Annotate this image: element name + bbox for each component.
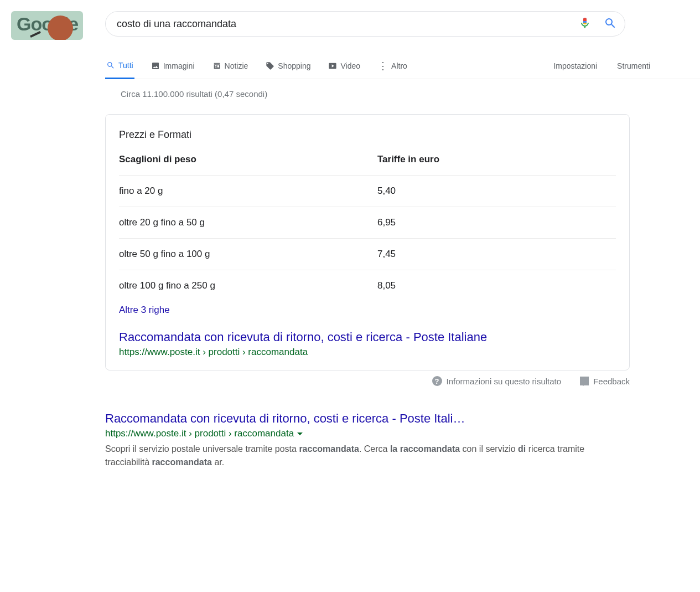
news-icon (212, 61, 221, 70)
tab-label: Tutti (118, 61, 133, 70)
result-title[interactable]: Raccomandata con ricevuta di ritorno, co… (105, 411, 603, 426)
search-tabs: Tutti Immagini Notizie Shopping Video ⋮ … (105, 55, 700, 79)
about-label: Informazioni su questo risultato (447, 377, 562, 386)
tab-label: Altro (391, 61, 407, 70)
search-input[interactable] (117, 18, 597, 30)
featured-heading: Prezzi e Formati (119, 129, 616, 141)
feedback-label: Feedback (593, 377, 630, 386)
feedback-icon (580, 377, 589, 385)
settings-link[interactable]: Impostazioni (553, 56, 597, 78)
info-icon: ? (432, 376, 442, 386)
table-row: oltre 50 g fino a 100 g7,45 (119, 239, 616, 270)
tab-news[interactable]: Notizie (211, 56, 250, 78)
organic-result: Raccomandata con ricevuta di ritorno, co… (105, 411, 630, 469)
search-bar[interactable] (105, 11, 625, 37)
table-row: oltre 100 g fino a 250 g8,05 (119, 270, 616, 302)
chevron-down-icon[interactable] (297, 433, 303, 438)
shopping-icon (266, 61, 274, 70)
feedback-link[interactable]: Feedback (580, 377, 630, 386)
tab-all[interactable]: Tutti (105, 55, 134, 79)
table-row: oltre 20 g fino a 50 g6,95 (119, 207, 616, 239)
tab-label: Immagini (163, 61, 195, 70)
result-stats: Circa 11.100.000 risultati (0,47 secondi… (105, 79, 630, 99)
tab-label: Shopping (278, 61, 310, 70)
video-icon (328, 61, 337, 70)
doodle-figure (48, 16, 73, 40)
search-small-icon (106, 61, 115, 70)
about-this-result[interactable]: ? Informazioni su questo risultato (432, 376, 562, 386)
result-snippet: Scopri il servizio postale universale tr… (105, 442, 587, 469)
tab-video[interactable]: Video (327, 56, 361, 78)
table-header-1: Scaglioni di peso (119, 154, 377, 176)
images-icon (151, 61, 160, 70)
more-rows-link[interactable]: Altre 3 righe (119, 305, 170, 316)
featured-result-title[interactable]: Raccomandata con ricevuta di ritorno, co… (119, 330, 616, 344)
google-logo[interactable]: Google (11, 11, 83, 40)
tab-label: Notizie (225, 61, 248, 70)
tab-more[interactable]: ⋮ Altro (377, 56, 408, 78)
tab-shopping[interactable]: Shopping (265, 56, 312, 78)
featured-snippet: Prezzi e Formati Scaglioni di peso Tarif… (105, 114, 630, 370)
tools-link[interactable]: Strumenti (617, 56, 650, 78)
price-table: Scaglioni di peso Tariffe in euro fino a… (119, 154, 616, 301)
search-icon[interactable] (604, 17, 617, 32)
tab-images[interactable]: Immagini (150, 56, 196, 78)
table-header-2: Tariffe in euro (377, 154, 616, 176)
result-url[interactable]: https://www.poste.it › prodotti › raccom… (105, 428, 630, 439)
tab-label: Video (340, 61, 360, 70)
voice-search-icon[interactable] (578, 17, 592, 32)
featured-footer: ? Informazioni su questo risultato Feedb… (105, 376, 630, 386)
featured-result-url: https://www.poste.it › prodotti › raccom… (119, 347, 616, 358)
table-row: fino a 20 g5,40 (119, 176, 616, 207)
